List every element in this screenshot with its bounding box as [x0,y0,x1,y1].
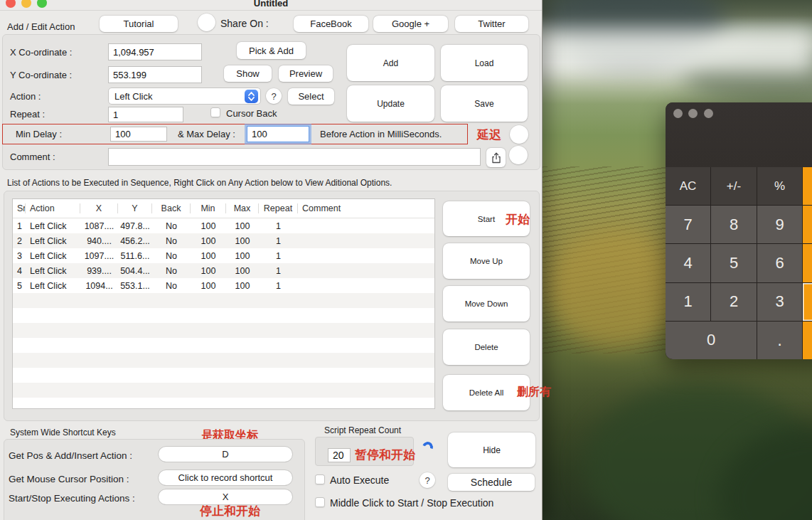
column-header-x[interactable]: X [80,203,118,213]
key-operator-column[interactable] [803,322,812,359]
cell: 504.4... [118,266,152,276]
cell: 5 [13,281,26,291]
column-header-repeat[interactable]: Repeat [259,203,298,213]
key-6[interactable]: 6 [757,244,802,282]
key-7[interactable]: 7 [666,206,710,243]
column-header-comment[interactable]: Comment [298,203,431,213]
share-twitter[interactable]: Twitter [455,16,528,32]
table-row[interactable]: 1Left Click1087....497.8...No1001001 [13,218,434,233]
empty-row[interactable] [13,353,434,368]
actions-table-body: 1Left Click1087....497.8...No10010012Lef… [13,218,434,409]
preview-button[interactable]: Preview [279,65,333,82]
golden-tree [547,228,683,349]
cursor-back-checkbox[interactable] [210,107,220,117]
cell: 100 [226,236,259,246]
tutorial-button[interactable]: Tutorial [100,16,178,32]
list-caption: List of Actions to be Executed in Sequen… [7,178,392,188]
middle-click-label: Middle Click to Start / Stop Execution [330,497,493,509]
calculator-window[interactable]: AC+/-%7894561230. [666,102,812,359]
start-annotation: 开始 [506,211,530,228]
key-operator-column[interactable] [803,167,812,205]
move-up-button[interactable]: Move Up [443,243,530,279]
key-8[interactable]: 8 [711,206,757,243]
key-9[interactable]: 9 [757,206,802,243]
column-header-y[interactable]: Y [118,203,152,213]
move-down-button[interactable]: Move Down [443,286,530,322]
empty-row[interactable] [13,338,434,353]
add-button[interactable]: Add [347,45,434,81]
table-row[interactable]: 2Left Click940....456.2...No1001001 [13,233,434,248]
key-plus-minus[interactable]: +/- [711,167,757,205]
load-button[interactable]: Load [441,45,528,81]
key-operator-column[interactable] [803,244,812,282]
script-repeat-input[interactable]: 20 [328,448,351,462]
get-cursor-label: Get Mouse Cursor Position : [9,474,129,484]
empty-row[interactable] [13,383,434,398]
record-shortcut-button[interactable]: Click to record shortcut [158,469,293,486]
table-row[interactable]: 4Left Click939....504.4...No1001001 [13,263,434,278]
key-2[interactable]: 2 [711,283,757,321]
column-header-min[interactable]: Min [191,203,226,213]
cell: 1 [259,236,298,246]
key-ac[interactable]: AC [666,167,710,205]
select-button[interactable]: Select [288,88,334,105]
column-header-sr[interactable]: Sr [13,203,26,213]
column-header-max[interactable]: Max [226,203,259,213]
cell: 456.2... [118,236,152,246]
schedule-button[interactable]: Schedule [448,474,535,491]
key-percent[interactable]: % [757,167,802,205]
share-facebook[interactable]: FaceBook [294,16,368,32]
key-0[interactable]: 0 [666,322,757,359]
table-row[interactable]: 5Left Click1094...553.1...No1001001 [13,278,434,293]
calc-minimize-button[interactable] [688,109,698,118]
max-delay-input[interactable]: 100 [247,126,309,142]
get-pos-shortcut-button[interactable]: D [158,446,293,462]
empty-row[interactable] [13,368,434,383]
key-operator-column[interactable] [803,283,812,321]
key-1[interactable]: 1 [666,283,710,321]
toggle-circle-bottom[interactable] [509,146,528,164]
export-button[interactable] [486,148,506,167]
cell: Left Click [26,251,80,261]
delete-button[interactable]: Delete [443,329,530,365]
auto-execute-help-button[interactable]: ? [420,472,435,488]
x-coordinate-input[interactable]: 1,094.957 [108,43,202,60]
column-header-back[interactable]: Back [152,203,191,213]
calc-zoom-button[interactable] [704,109,713,118]
action-help-button[interactable]: ? [266,88,282,104]
actions-table[interactable]: SrActionXYBackMinMaxRepeatComment 1Left … [12,198,435,409]
hide-button[interactable]: Hide [448,433,535,467]
table-row[interactable]: 3Left Click1097....511.6...No1001001 [13,248,434,263]
y-coordinate-input[interactable]: 553.199 [108,66,202,83]
empty-row[interactable] [13,293,434,308]
update-button[interactable]: Update [347,85,434,122]
comment-input[interactable] [108,148,481,166]
cell: 4 [13,266,26,276]
key-3[interactable]: 3 [757,283,802,321]
empty-row[interactable] [13,308,434,323]
show-button[interactable]: Show [224,65,272,82]
middle-click-checkbox[interactable] [315,497,325,507]
column-header-action[interactable]: Action [26,203,80,213]
action-dropdown[interactable]: Left Click [108,87,261,105]
toggle-circle-top[interactable] [510,125,528,144]
key-dot[interactable]: . [757,322,802,359]
titlebar[interactable]: Untitled [0,0,542,11]
start-stop-label: Start/Stop Executing Actions : [9,493,135,504]
key-5[interactable]: 5 [711,244,757,282]
share-google-[interactable]: Google + [373,16,448,32]
status-circle[interactable] [198,14,215,31]
pick-add-button[interactable]: Pick & Add [237,42,306,59]
refresh-icon[interactable] [421,440,435,455]
key-4[interactable]: 4 [666,244,710,282]
key-operator-column[interactable] [803,206,812,243]
empty-row[interactable] [13,398,434,409]
calc-close-button[interactable] [673,109,683,118]
max-delay-label: & Max Delay : [178,129,235,139]
repeat-input[interactable]: 1 [108,107,183,122]
auto-execute-checkbox[interactable] [315,474,325,484]
min-delay-input[interactable]: 100 [110,127,167,142]
cell: 1097.... [80,251,118,261]
empty-row[interactable] [13,323,434,338]
save-button[interactable]: Save [441,85,528,122]
